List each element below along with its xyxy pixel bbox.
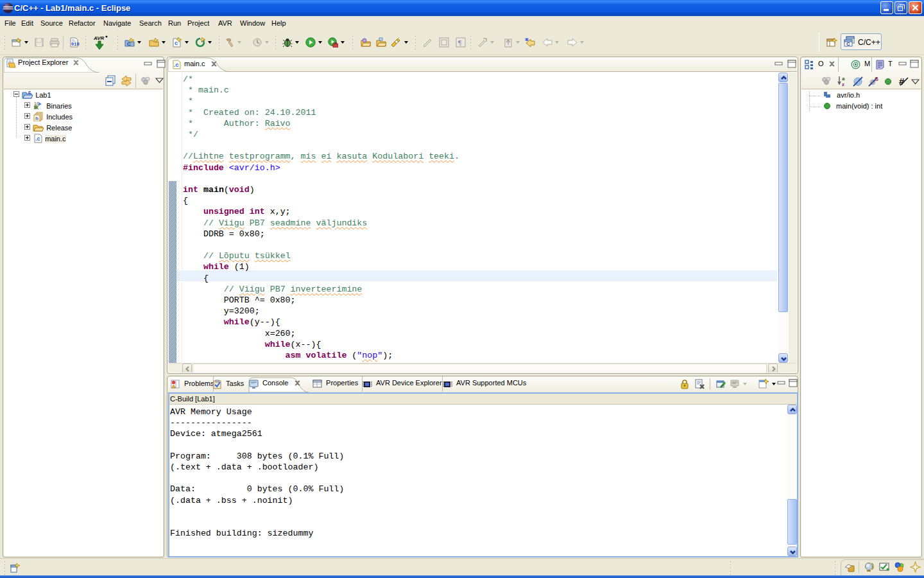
svg-text:10: 10 bbox=[34, 101, 39, 106]
svg-text:.c: .c bbox=[174, 62, 179, 68]
svg-text:¶: ¶ bbox=[458, 39, 461, 46]
svg-text:AVR: AVR bbox=[93, 35, 105, 41]
svg-text:010: 010 bbox=[71, 42, 80, 47]
svg-text:c: c bbox=[28, 90, 31, 95]
svg-text:c: c bbox=[175, 40, 178, 46]
svg-text:C: C bbox=[846, 41, 850, 47]
svg-text:z: z bbox=[842, 81, 844, 87]
svg-text:C: C bbox=[127, 41, 131, 47]
svg-text:.c: .c bbox=[35, 136, 40, 142]
svg-text:h: h bbox=[35, 116, 38, 121]
